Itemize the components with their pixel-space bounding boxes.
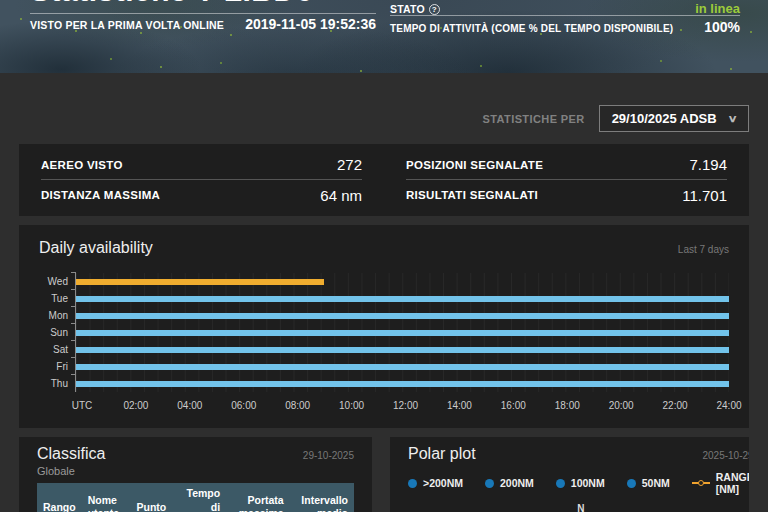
availability-bar — [76, 313, 729, 319]
info-icon[interactable]: ? — [429, 4, 440, 15]
stat-value: 11.701 — [682, 187, 727, 204]
range-line-icon — [692, 482, 710, 484]
x-tick-label: 14:00 — [447, 400, 472, 411]
first-seen-value: 2019-11-05 19:52:36 — [245, 16, 376, 32]
availability-bar — [76, 330, 729, 336]
header-divider — [390, 15, 740, 16]
day-label: Tue — [39, 293, 75, 304]
first-seen-row: VISTO PER LA PRIMA VOLTA ONLINE 2019-11-… — [30, 16, 376, 32]
stat-row: DISTANZA MASSIMA64 nm — [41, 180, 362, 210]
stat-label: RISULTATI SEGNALATI — [406, 189, 538, 201]
leaderboard-date: 29-10-2025 — [303, 450, 354, 461]
legend-label: RANGE [NM] — [716, 471, 749, 495]
availability-row-thu: Thu — [39, 375, 729, 392]
header-divider — [30, 13, 376, 14]
availability-track — [75, 290, 729, 307]
availability-bar — [76, 279, 324, 285]
stat-label: DISTANZA MASSIMA — [41, 189, 160, 201]
availability-period: Last 7 days — [678, 244, 729, 255]
leaderboard-table: RangoNome utentePuntoTempo di attivitàPo… — [37, 483, 354, 512]
x-tick-label: 16:00 — [501, 400, 526, 411]
column-header: Portata massima — [226, 483, 289, 512]
stat-row: POSIZIONI SEGNALATE7.194 — [406, 150, 727, 180]
leaderboard-scope: Globale — [37, 465, 354, 477]
x-tick-label: 04:00 — [177, 400, 202, 411]
availability-bar — [76, 381, 729, 387]
uptime-value: 100% — [704, 19, 740, 35]
polar-title: Polar plot — [408, 445, 476, 463]
uptime-label: TEMPO DI ATTIVITÀ (COME % DEL TEMPO DISP… — [390, 23, 673, 34]
daily-availability-panel: Daily availability Last 7 days WedTueMon… — [19, 225, 749, 428]
stat-row: AEREO VISTO272 — [41, 150, 362, 180]
day-label: Sat — [39, 344, 75, 355]
map-header: Statistiche T-LIBD6 VISTO PER LA PRIMA V… — [0, 0, 768, 73]
stat-value: 64 nm — [320, 187, 362, 204]
x-tick-label: 20:00 — [609, 400, 634, 411]
period-select[interactable]: 29/10/2025 ADSB ∨ — [599, 105, 749, 132]
availability-track — [75, 273, 729, 290]
stats-for-label: STATISTICHE PER — [482, 113, 584, 125]
availability-row-fri: Fri — [39, 358, 729, 375]
uptime-row: TEMPO DI ATTIVITÀ (COME % DEL TEMPO DISP… — [390, 19, 740, 35]
status-badge: in linea — [695, 1, 740, 16]
availability-row-sun: Sun — [39, 324, 729, 341]
x-tick-label: 06:00 — [231, 400, 256, 411]
day-label: Sun — [39, 327, 75, 338]
ring-dot-icon — [556, 479, 565, 488]
compass-n-label: N — [577, 503, 584, 512]
x-tick-label: 22:00 — [663, 400, 688, 411]
legend-item: RANGE [NM] — [692, 471, 749, 495]
legend-label: 200NM — [500, 477, 534, 489]
period-select-value: 29/10/2025 ADSB — [612, 111, 717, 126]
stats-for-row: STATISTICHE PER 29/10/2025 ADSB ∨ — [19, 105, 749, 132]
day-label: Thu — [39, 378, 75, 389]
availability-track — [75, 307, 729, 324]
x-tick-label: 10:00 — [339, 400, 364, 411]
stat-value: 272 — [337, 156, 362, 173]
summary-stats-col-right: POSIZIONI SEGNALATE7.194RISULTATI SEGNAL… — [406, 150, 727, 210]
x-tick-label: 08:00 — [285, 400, 310, 411]
leaderboard-title: Classifica — [37, 445, 105, 463]
legend-item: 100NM — [556, 477, 605, 489]
column-header: Tempo di attività — [172, 483, 226, 512]
status-label: STATO? — [390, 3, 440, 15]
column-header: Punto — [131, 483, 173, 512]
availability-x-axis: UTC02:0004:0006:0008:0010:0012:0014:0016… — [82, 400, 729, 414]
legend-label: 100NM — [571, 477, 605, 489]
column-header: Rango — [37, 483, 82, 512]
day-label: Fri — [39, 361, 75, 372]
availability-bar — [76, 296, 729, 302]
day-label: Wed — [39, 276, 75, 287]
polar-legend: >200NM200NM100NM50NMRANGE [NM] — [408, 471, 749, 495]
availability-track — [75, 324, 729, 341]
ring-dot-icon — [485, 479, 494, 488]
availability-bar — [76, 364, 729, 370]
legend-label: 50NM — [642, 477, 670, 489]
availability-chart: WedTueMonSunSatFriThu — [39, 273, 729, 392]
day-label: Mon — [39, 310, 75, 321]
polar-date: 2025-10-29 — [702, 450, 749, 461]
stat-row: RISULTATI SEGNALATI11.701 — [406, 180, 727, 210]
chevron-down-icon: ∨ — [727, 113, 737, 124]
legend-item: >200NM — [408, 477, 463, 489]
polar-plot-panel: Polar plot 2025-10-29 >200NM200NM100NM50… — [390, 437, 749, 512]
availability-row-tue: Tue — [39, 290, 729, 307]
stat-value: 7.194 — [689, 156, 727, 173]
legend-item: 50NM — [627, 477, 670, 489]
availability-title: Daily availability — [39, 239, 153, 257]
availability-track — [75, 358, 729, 375]
stat-label: AEREO VISTO — [41, 159, 123, 171]
x-tick-label: UTC — [72, 400, 93, 411]
ring-dot-icon — [408, 479, 417, 488]
stat-label: POSIZIONI SEGNALATE — [406, 159, 543, 171]
ring-dot-icon — [627, 479, 636, 488]
x-tick-label: 24:00 — [716, 400, 741, 411]
summary-stats-col-left: AEREO VISTO272DISTANZA MASSIMA64 nm — [41, 150, 362, 210]
page-title: Statistiche T-LIBD6 — [30, 0, 313, 8]
availability-track — [75, 341, 729, 358]
aircraft-dots-decoration — [20, 18, 22, 20]
x-tick-label: 18:00 — [555, 400, 580, 411]
legend-item: 200NM — [485, 477, 534, 489]
availability-row-mon: Mon — [39, 307, 729, 324]
column-header: Intervallo medio — [290, 483, 354, 512]
